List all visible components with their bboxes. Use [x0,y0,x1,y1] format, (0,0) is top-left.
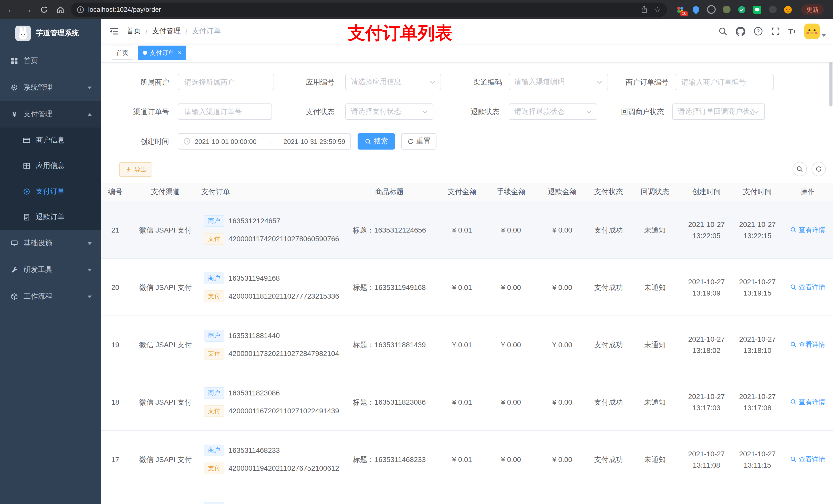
reset-button[interactable]: 重置 [401,133,436,149]
browser-menu-icon[interactable]: ⋮ [831,5,833,14]
payment-submenu: 商户信息 应用信息 支付订单 [0,127,101,230]
pay-amount: ¥ 0.01 [439,282,485,293]
date-range-start[interactable]: 2021-10-01 00:00:00 [195,138,256,145]
table-row: 21 微信 JSAPI 支付 商户 1635312124657 支付 [101,201,833,259]
refresh-table-button[interactable] [811,162,826,176]
pay-status: 支付成功 [588,339,629,350]
reload-icon[interactable] [38,3,50,16]
select-placeholder: 请选择订单回调商户状态 [678,107,754,116]
merchant-select[interactable] [178,74,274,90]
extension-icon[interactable] [783,4,793,15]
extension-icon[interactable] [691,4,701,15]
sidebar-item-payment[interactable]: ¥ 支付管理 [0,101,101,127]
forward-button[interactable]: → [22,3,34,16]
pay-tag: 支付 [204,233,224,245]
sidebar-item-pay-order[interactable]: 支付订单 [0,179,101,205]
bookmark-star-icon[interactable]: ☆ [654,5,661,14]
sidebar-item-refund-order[interactable]: 退款订单 [0,205,101,230]
extension-icon[interactable] [752,4,762,15]
create-time: 13:17:03 [693,402,720,413]
create-time-range-picker[interactable]: 2021-10-01 00:00:00 - 2021-10-31 23:59:5… [178,133,351,149]
merchant-order-no-field[interactable] [675,74,774,90]
breadcrumb-home[interactable]: 首页 [126,27,141,36]
breadcrumb-pay-manage[interactable]: 支付管理 [152,27,181,36]
view-details-link[interactable]: 查看详情 [790,454,825,465]
extension-icon[interactable] [737,4,747,15]
merchant-tag: 商户 [204,330,224,341]
chevron-down-icon [754,110,759,114]
merchant-order-no-input[interactable] [680,77,768,87]
home-icon[interactable] [54,3,67,16]
tab-pay-order[interactable]: 支付订单 × [138,46,186,60]
extension-icon[interactable] [721,4,732,15]
sidebar-toggle-icon[interactable] [109,27,118,35]
fee-amount: ¥ 0.00 [485,282,537,293]
caret-down-icon [822,34,826,37]
chevron-up-icon [88,113,92,116]
pay-tag: 支付 [204,462,224,474]
app-title: 芋道管理系统 [36,29,79,38]
actions-cell: 查看详情 [782,454,833,465]
select-placeholder: 请选择退款状态 [514,107,565,116]
extension-icon[interactable]: 10 [675,4,686,15]
browser-update-button[interactable]: 更新 [801,4,824,15]
cube-icon [10,293,19,300]
chevron-down-icon [88,269,92,271]
col-header-actions: 操作 [782,188,833,197]
back-button[interactable]: ← [5,3,18,16]
sidebar-item-label: 工作流程 [24,292,52,301]
header-search-icon[interactable] [718,27,727,36]
select-placeholder: 请选择支付状态 [351,107,401,116]
pay-time: 13:22:15 [744,230,771,241]
share-icon[interactable] [640,6,648,13]
breadcrumb-separator: / [145,27,147,35]
font-size-icon[interactable]: TT [788,27,796,35]
refund-amount: ¥ 0.00 [537,224,588,235]
refund-status-select[interactable]: 请选择退款状态 [509,103,597,120]
search-button[interactable]: 搜索 [358,133,395,149]
fullscreen-icon[interactable] [771,27,780,36]
sidebar-item-system[interactable]: 系统管理 [0,74,101,101]
col-header-amount: 支付金额 [439,188,485,197]
tab-close-icon[interactable]: × [178,49,181,56]
view-details-link[interactable]: 查看详情 [790,282,825,293]
export-button[interactable]: 导出 [119,162,152,177]
pay-status-select[interactable]: 请选择支付状态 [345,103,433,120]
user-menu[interactable] [804,24,826,39]
toggle-search-button[interactable] [792,162,807,176]
github-icon[interactable] [735,26,745,36]
callback-status-select[interactable]: 请选择订单回调商户状态 [672,103,765,120]
view-details-link[interactable]: 查看详情 [790,396,825,407]
fee-amount: ¥ 0.00 [485,396,537,407]
site-info-icon[interactable] [77,6,84,13]
date-range-end[interactable]: 2021-10-31 23:59:59 [284,138,345,145]
chevron-down-icon [597,80,602,84]
view-details-link[interactable]: 查看详情 [790,339,825,350]
channel-order-no-input[interactable] [184,107,266,116]
pay-tag: 支付 [204,347,224,359]
tab-home[interactable]: 首页 [112,46,133,60]
wrench-icon [10,266,19,273]
help-icon[interactable]: ? [753,27,763,36]
filter-label-refund-status: 退款状态 [465,103,499,120]
sidebar-item-merchant-info[interactable]: 商户信息 [0,127,101,153]
extension-icon[interactable] [767,4,778,15]
sidebar-item-workflow[interactable]: 工作流程 [0,283,101,310]
sidebar-item-infrastructure[interactable]: 基础设施 [0,230,101,257]
view-details-link[interactable]: 查看详情 [790,224,825,235]
app-select[interactable]: 请选择应用信息 [345,74,441,90]
col-header-title: 商品标题 [340,188,439,197]
sidebar-item-app-info[interactable]: 应用信息 [0,153,101,179]
extensions-area: 10 [675,4,793,15]
sidebar-item-dev-tools[interactable]: 研发工具 [0,257,101,283]
extension-icon[interactable] [706,4,716,15]
address-bar[interactable]: localhost:1024/pay/order ☆ [71,2,667,17]
channel-code-select[interactable]: 请输入渠道编码 [509,74,608,90]
channel-order-no-field[interactable] [178,103,272,120]
sidebar-item-home[interactable]: 首页 [0,48,101,74]
pay-time: 13:19:15 [744,287,771,298]
chevron-down-icon [88,295,92,298]
col-header-refund: 退款金额 [537,188,588,197]
order-id: 17 [101,454,129,465]
merchant-input[interactable] [184,77,268,87]
